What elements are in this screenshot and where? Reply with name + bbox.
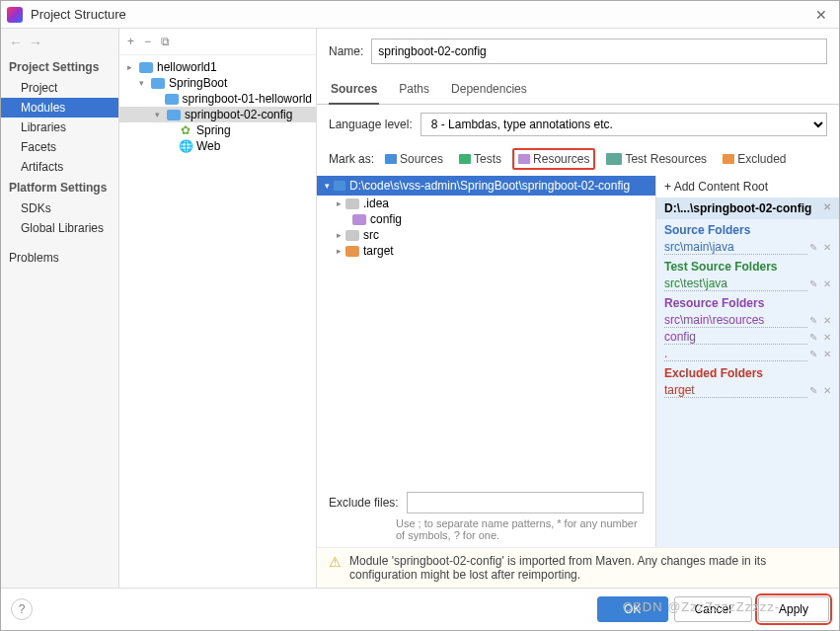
- folder-section-title: Resource Folders: [664, 296, 831, 310]
- edit-icon[interactable]: ✎: [809, 349, 817, 359]
- tab-paths[interactable]: Paths: [397, 76, 431, 104]
- help-button[interactable]: ?: [11, 598, 33, 620]
- content-root-path: D:\code\s\vss-admin\SpringBoot\springboo…: [349, 179, 630, 193]
- ok-button[interactable]: OK: [597, 596, 668, 622]
- sidebar-item-libraries[interactable]: Libraries: [1, 118, 118, 137]
- folder-entry[interactable]: target✎✕: [664, 382, 831, 399]
- name-label: Name:: [329, 44, 363, 58]
- close-icon[interactable]: ✕: [809, 7, 833, 23]
- remove-icon[interactable]: ✕: [823, 385, 831, 396]
- sidebar-item-problems[interactable]: Problems: [1, 248, 118, 268]
- mark-resources-button[interactable]: Resources: [512, 148, 595, 170]
- sidebar-item-facets[interactable]: Facets: [1, 137, 118, 157]
- test-resources-folder-icon: [606, 153, 622, 165]
- content-root-tree: ▾ D:\code\s\vss-admin\SpringBoot\springb…: [317, 176, 656, 547]
- edit-icon[interactable]: ✎: [809, 385, 817, 396]
- dir-row[interactable]: ▸.idea: [317, 196, 655, 211]
- tree-node[interactable]: springboot-01-helloworld: [119, 91, 316, 107]
- tab-dependencies[interactable]: Dependencies: [449, 76, 529, 104]
- exclude-hint: Use ; to separate name patterns, * for a…: [317, 517, 655, 547]
- tree-node[interactable]: 🌐 Web: [119, 138, 316, 154]
- remove-icon[interactable]: ✕: [823, 242, 831, 253]
- remove-icon[interactable]: ✕: [823, 278, 831, 289]
- dialog-footer: ? OK Cancel Apply: [1, 588, 839, 630]
- tab-sources[interactable]: Sources: [329, 76, 379, 104]
- mark-test-resources-button[interactable]: Test Resources: [601, 149, 712, 169]
- folder-entry[interactable]: config✎✕: [664, 329, 831, 346]
- folder-entry[interactable]: .✎✕: [664, 346, 831, 362]
- tree-label: helloworld1: [157, 60, 217, 74]
- settings-sidebar: ← → Project Settings Project Modules Lib…: [1, 29, 119, 588]
- module-name-input[interactable]: [371, 39, 827, 64]
- sidebar-item-global-libraries[interactable]: Global Libraries: [1, 218, 118, 238]
- module-main-panel: Name: Sources Paths Dependencies Languag…: [317, 29, 839, 588]
- folder-icon: [345, 246, 359, 257]
- tree-label: Spring: [196, 123, 231, 137]
- content-root-header[interactable]: ▾ D:\code\s\vss-admin\SpringBoot\springb…: [317, 176, 655, 196]
- folder-entry[interactable]: src\main\resources✎✕: [664, 312, 831, 329]
- folder-icon: [334, 181, 345, 191]
- mark-excluded-button[interactable]: Excluded: [718, 149, 791, 169]
- mark-sources-button[interactable]: Sources: [380, 149, 448, 169]
- remove-root-icon[interactable]: ✕: [823, 201, 831, 215]
- module-tabs: Sources Paths Dependencies: [317, 76, 839, 105]
- mark-as-toolbar: Mark as: Sources Tests Resources Test Re…: [317, 144, 839, 176]
- edit-icon[interactable]: ✎: [809, 242, 817, 253]
- excluded-folder-icon: [723, 154, 734, 164]
- tree-label: springboot-01-helloworld: [183, 92, 312, 106]
- edit-icon[interactable]: ✎: [809, 278, 817, 289]
- cancel-button[interactable]: Cancel: [674, 596, 752, 622]
- tree-label: springboot-02-config: [185, 108, 292, 121]
- dir-row[interactable]: config: [317, 211, 655, 227]
- forward-icon[interactable]: →: [29, 35, 42, 50]
- remove-module-icon[interactable]: −: [144, 35, 151, 48]
- sidebar-item-sdks[interactable]: SDKs: [1, 198, 118, 218]
- resources-folder-icon: [518, 154, 530, 164]
- mark-as-label: Mark as:: [329, 152, 374, 166]
- content-root-entry[interactable]: D:\...\springboot-02-config✕: [656, 197, 839, 219]
- language-level-label: Language level:: [329, 118, 413, 131]
- tests-folder-icon: [459, 154, 471, 164]
- tree-node-selected[interactable]: ▾ springboot-02-config: [119, 107, 316, 122]
- remove-icon[interactable]: ✕: [823, 349, 831, 359]
- sidebar-heading-platform: Platform Settings: [1, 177, 118, 198]
- sources-folder-icon: [385, 154, 397, 164]
- tree-node[interactable]: ✿ Spring: [119, 122, 316, 138]
- sidebar-heading-project: Project Settings: [1, 56, 118, 78]
- sidebar-item-project[interactable]: Project: [1, 78, 118, 98]
- remove-icon[interactable]: ✕: [823, 332, 831, 343]
- window-title: Project Structure: [31, 7, 809, 22]
- edit-icon[interactable]: ✎: [809, 332, 817, 343]
- folder-section-title: Test Source Folders: [664, 260, 831, 274]
- project-structure-dialog: Project Structure ✕ ← → Project Settings…: [0, 0, 840, 631]
- edit-icon[interactable]: ✎: [809, 315, 817, 326]
- warning-icon: ⚠: [329, 554, 342, 582]
- titlebar: Project Structure ✕: [1, 1, 839, 29]
- folder-section-title: Excluded Folders: [664, 366, 831, 380]
- remove-icon[interactable]: ✕: [823, 315, 831, 326]
- intellij-logo-icon: [7, 7, 23, 23]
- exclude-files-label: Exclude files:: [329, 496, 399, 510]
- folder-icon: [345, 198, 359, 209]
- mark-tests-button[interactable]: Tests: [454, 149, 506, 169]
- apply-button[interactable]: Apply: [758, 596, 829, 622]
- dir-row[interactable]: ▸src: [317, 227, 655, 243]
- folder-entry[interactable]: src\test\java✎✕: [664, 276, 831, 292]
- folder-entry[interactable]: src\main\java✎✕: [664, 239, 831, 256]
- copy-module-icon[interactable]: ⧉: [161, 35, 170, 48]
- dir-row[interactable]: ▸target: [317, 243, 655, 259]
- add-content-root-button[interactable]: + Add Content Root: [656, 176, 839, 197]
- maven-warning: ⚠ Module 'springboot-02-config' is impor…: [317, 547, 839, 588]
- tree-node[interactable]: ▾ SpringBoot: [119, 75, 316, 91]
- back-icon[interactable]: ←: [9, 35, 23, 50]
- tree-node[interactable]: ▸ helloworld1: [119, 59, 316, 75]
- add-module-icon[interactable]: +: [127, 35, 134, 48]
- sidebar-item-artifacts[interactable]: Artifacts: [1, 157, 118, 177]
- language-level-select[interactable]: 8 - Lambdas, type annotations etc.: [420, 113, 827, 136]
- folder-section-title: Source Folders: [664, 223, 831, 237]
- folder-icon: [352, 214, 366, 225]
- sidebar-item-modules[interactable]: Modules: [1, 98, 118, 118]
- exclude-files-input[interactable]: [407, 492, 644, 513]
- web-icon: 🌐: [179, 139, 193, 153]
- module-tree-panel: + − ⧉ ▸ helloworld1 ▾ SpringBoot springb…: [119, 29, 317, 588]
